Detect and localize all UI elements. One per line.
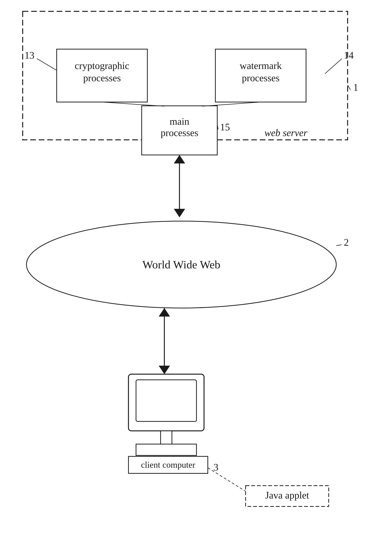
svg-line-4 (102, 102, 164, 106)
down-arrow-head (174, 209, 185, 217)
watermark-processes-label2: processes (242, 73, 279, 83)
main-processes-label: main (170, 116, 189, 127)
java-applet-dashed-line (208, 468, 245, 491)
ref1-label: 1 (353, 82, 358, 93)
svg-line-5 (202, 102, 261, 106)
main-processes-label2: processes (161, 127, 198, 138)
up-arrow-head (174, 155, 185, 163)
cryptographic-processes-label2: processes (83, 73, 121, 83)
diagram-container: 13 14 1 cryptographic processes watermar… (0, 0, 392, 545)
svg-line-1 (325, 59, 342, 74)
ref13-label: 13 (24, 50, 34, 61)
client-computer-label: client computer (141, 460, 195, 470)
to-www-arrow-head (159, 308, 170, 316)
ref15-label: 15 (220, 122, 230, 132)
www-label: World Wide Web (142, 258, 220, 271)
ref14-label: 14 (344, 50, 354, 61)
web-server-label: web server (264, 127, 307, 138)
svg-line-7 (336, 245, 342, 246)
ref2-label: 2 (344, 237, 349, 248)
cryptographic-processes-label: cryptographic (75, 60, 129, 71)
monitor-base (136, 444, 196, 455)
ref3-label: 3 (214, 462, 218, 473)
java-applet-label: Java applet (265, 490, 309, 501)
watermark-processes-label: watermark (240, 60, 282, 71)
monitor-screen (136, 380, 196, 421)
monitor-neck (161, 431, 172, 444)
to-client-arrow-head (159, 366, 170, 374)
